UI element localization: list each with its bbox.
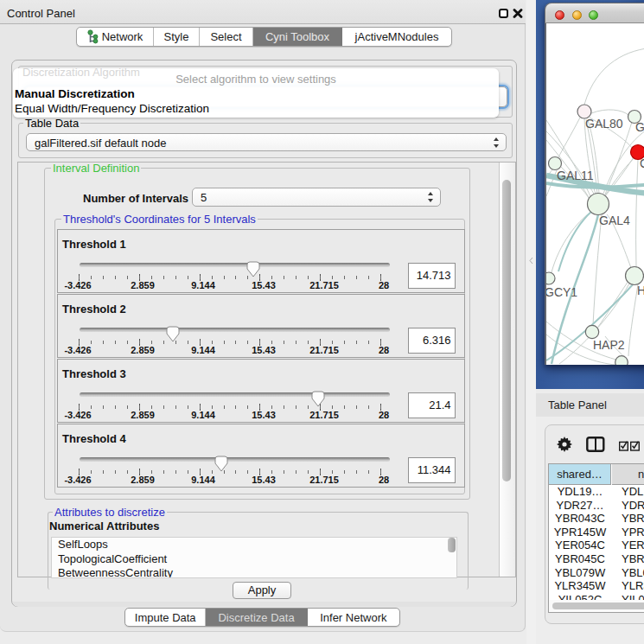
svg-text:GAL4: GAL4 xyxy=(599,214,630,227)
svg-text:GCY1: GCY1 xyxy=(546,285,577,299)
svg-text:G.: G. xyxy=(635,120,644,134)
svg-text:H: H xyxy=(637,284,644,297)
svg-text:GAL80: GAL80 xyxy=(585,117,623,131)
svg-text:HAP2: HAP2 xyxy=(593,338,625,352)
svg-text:C: C xyxy=(640,156,644,170)
svg-text:GAL11: GAL11 xyxy=(557,169,594,182)
